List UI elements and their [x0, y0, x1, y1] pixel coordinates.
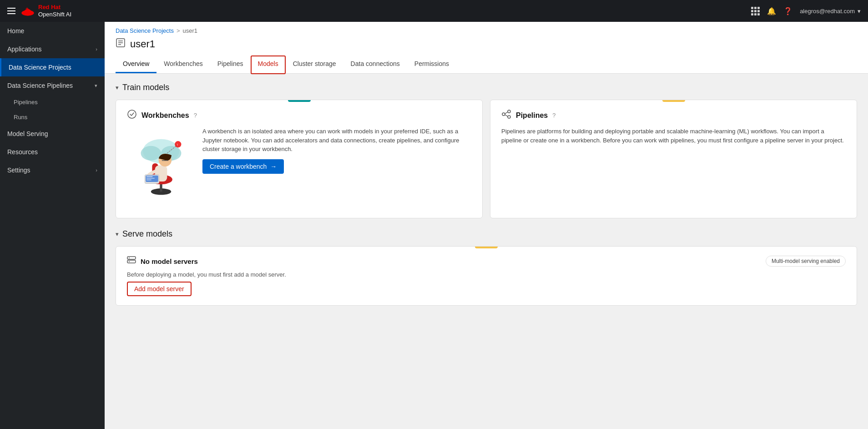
train-models-title: Train models — [122, 83, 169, 92]
serve-title-row: No model servers — [127, 256, 198, 267]
svg-point-32 — [129, 261, 130, 262]
svg-point-22 — [175, 141, 181, 147]
user-menu-chevron: ▾ — [858, 8, 861, 15]
no-model-servers-description: Before deploying a model, you must first… — [127, 271, 846, 278]
svg-rect-29 — [127, 257, 136, 259]
content-area: ▾ Train models Workbenches ? — [105, 74, 868, 315]
no-model-servers-title: No model servers — [141, 257, 198, 265]
serve-models-chevron-icon: ▾ — [116, 231, 119, 237]
page-title-row: user1 — [116, 38, 857, 50]
train-models-section-header[interactable]: ▾ Train models — [116, 83, 857, 92]
svg-point-8 — [141, 146, 161, 161]
user-email: alegros@redhat.com — [800, 8, 855, 15]
sidebar-item-applications[interactable]: Applications › — [0, 40, 105, 58]
header-right: 🔔 ❓ alegros@redhat.com ▾ — [751, 7, 861, 15]
breadcrumb-current: user1 — [183, 27, 198, 34]
svg-point-26 — [508, 116, 510, 118]
multi-model-serving-badge: Multi-model serving enabled — [766, 256, 846, 267]
svg-line-27 — [505, 112, 508, 114]
sidebar-item-settings[interactable]: Settings › — [0, 161, 105, 179]
serve-models-title: Serve models — [122, 229, 172, 239]
logo-area: Red Hat OpenShift AI — [21, 4, 71, 18]
svg-point-25 — [508, 110, 510, 113]
train-models-chevron-icon: ▾ — [116, 84, 119, 91]
page-title: user1 — [130, 38, 155, 50]
pipelines-link-area: Configure pipeline server — [501, 214, 846, 218]
workbenches-card-body: ! A workbench is an isolated area where … — [127, 127, 471, 200]
tab-permissions[interactable]: Permissions — [407, 56, 456, 73]
pipelines-card: Pipelines ? Pipelines are platforms for … — [490, 100, 857, 218]
user-menu[interactable]: alegros@redhat.com ▾ — [800, 8, 861, 15]
hamburger-menu[interactable] — [7, 8, 15, 14]
train-models-cards: Workbenches ? — [116, 100, 857, 218]
page-title-icon — [116, 38, 126, 50]
workbenches-card-header: Workbenches ? — [127, 109, 471, 121]
svg-rect-20 — [146, 180, 151, 181]
breadcrumb-separator: > — [177, 27, 180, 34]
sidebar-item-pipelines[interactable]: Pipelines — [0, 95, 105, 110]
help-icon[interactable]: ❓ — [783, 7, 792, 15]
workbenches-icon — [127, 109, 137, 121]
sidebar-item-home[interactable]: Home — [0, 22, 105, 40]
redhat-logo-icon — [21, 5, 35, 16]
main-content: Data Science Projects > user1 user1 — [105, 22, 868, 429]
pipelines-icon — [501, 109, 511, 121]
sidebar-item-model-serving[interactable]: Model Serving — [0, 125, 105, 143]
sidebar-item-data-science-pipelines[interactable]: Data Science Pipelines ▾ — [0, 76, 105, 95]
tab-workbenches[interactable]: Workbenches — [156, 56, 210, 73]
breadcrumb-parent-link[interactable]: Data Science Projects — [116, 27, 174, 34]
applications-chevron-icon: › — [96, 46, 97, 52]
svg-rect-30 — [127, 260, 136, 263]
svg-rect-18 — [146, 176, 152, 177]
svg-point-6 — [128, 110, 136, 118]
workbenches-description: A workbench is an isolated area where yo… — [202, 127, 471, 154]
workbenches-card-text-area: A workbench is an isolated area where yo… — [202, 127, 471, 174]
svg-rect-19 — [146, 178, 155, 179]
server-icon — [127, 256, 136, 267]
apps-grid-icon[interactable] — [751, 7, 760, 15]
pipelines-help-icon[interactable]: ? — [552, 112, 555, 119]
sidebar-item-runs[interactable]: Runs — [0, 110, 105, 125]
no-model-servers-card: No model servers Multi-model serving ena… — [116, 246, 857, 306]
svg-point-24 — [502, 113, 505, 116]
sidebar-item-resources[interactable]: Resources — [0, 143, 105, 161]
svg-point-31 — [129, 257, 130, 258]
notifications-icon[interactable]: 🔔 — [767, 7, 776, 15]
app-layout: Home Applications › Data Science Project… — [0, 22, 868, 429]
breadcrumb: Data Science Projects > user1 — [116, 27, 857, 34]
pipelines-description: Pipelines are platforms for building and… — [501, 127, 846, 145]
serve-card-header: No model servers Multi-model serving ena… — [127, 256, 846, 267]
page-header: Data Science Projects > user1 user1 — [105, 22, 868, 74]
dsp-chevron-icon: ▾ — [95, 83, 97, 89]
workbenches-card: Workbenches ? — [116, 100, 483, 218]
serve-models-section-header[interactable]: ▾ Serve models — [116, 229, 857, 239]
workbenches-illustration: ! — [127, 127, 195, 200]
tab-data-connections[interactable]: Data connections — [343, 56, 407, 73]
header-left: Red Hat OpenShift AI — [7, 4, 71, 18]
pipelines-card-body: Pipelines are platforms for building and… — [501, 127, 846, 218]
sidebar: Home Applications › Data Science Project… — [0, 22, 105, 429]
sidebar-item-data-science-projects[interactable]: Data Science Projects — [0, 58, 105, 76]
tabs-bar: Overview Workbenches Pipelines Models Cl… — [116, 56, 857, 73]
create-workbench-arrow-icon: → — [270, 163, 277, 170]
tab-cluster-storage[interactable]: Cluster storage — [286, 56, 343, 73]
add-model-server-button[interactable]: Add model server — [127, 282, 192, 296]
workbenches-help-icon[interactable]: ? — [194, 112, 197, 119]
tab-overview[interactable]: Overview — [116, 56, 156, 73]
create-workbench-button[interactable]: Create a workbench → — [202, 159, 284, 174]
pipelines-card-header: Pipelines ? — [501, 109, 846, 121]
settings-chevron-icon: › — [96, 167, 97, 173]
svg-line-28 — [505, 115, 508, 116]
tab-models[interactable]: Models — [251, 56, 286, 74]
top-header: Red Hat OpenShift AI 🔔 ❓ alegros@redhat.… — [0, 0, 868, 22]
brand-name: Red Hat OpenShift AI — [38, 4, 71, 18]
pipelines-card-title: Pipelines — [516, 111, 548, 120]
workbenches-card-title: Workbenches — [141, 111, 189, 120]
tab-pipelines[interactable]: Pipelines — [210, 56, 251, 73]
svg-text:!: ! — [177, 143, 178, 147]
